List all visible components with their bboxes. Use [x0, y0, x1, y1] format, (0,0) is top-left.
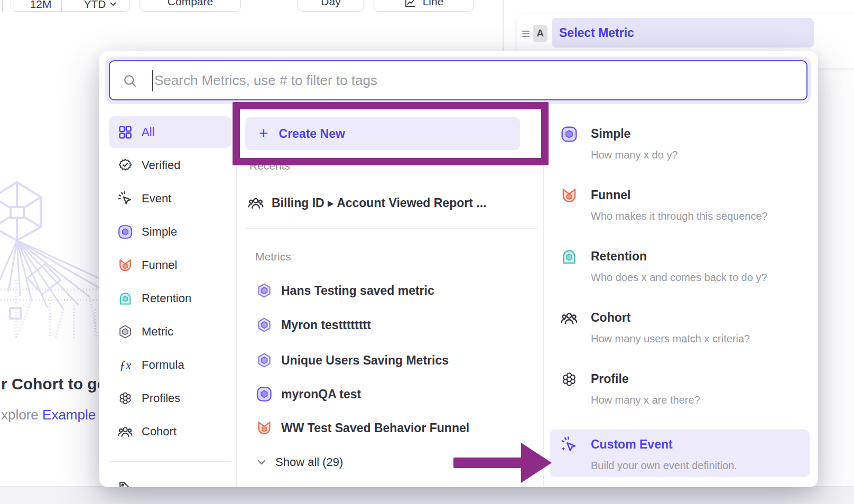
metric-item-label: Myron testttttttt: [281, 318, 371, 332]
formula-icon: ƒx: [117, 358, 133, 372]
cohort-icon: [560, 309, 578, 327]
empty-state-explore-line: xplore Example: [1, 407, 96, 423]
simple-icon: [256, 386, 273, 403]
simple-icon: [117, 224, 133, 240]
sidebar-item-label: Cohort: [142, 425, 177, 438]
type-description: Who makes it through this sequence?: [591, 210, 768, 222]
range-ytd-button[interactable]: YTD: [70, 0, 129, 11]
metrics-heading: Metrics: [255, 250, 291, 263]
type-description: Who does x and comes back to do y?: [591, 272, 767, 284]
range-ytd-label: YTD: [84, 0, 106, 11]
sidebar-item-label: Event: [142, 192, 171, 206]
empty-state-illustration: [0, 174, 106, 338]
simple-icon: [560, 125, 578, 143]
sidebar-item-label: Retention: [142, 292, 191, 305]
sidebar-item-retention[interactable]: Retention: [109, 283, 231, 314]
sidebar-item-metric[interactable]: Metric: [109, 316, 231, 348]
sidebar-item-event[interactable]: Event: [109, 183, 231, 214]
cohort-icon: [117, 424, 133, 440]
metric-search-input[interactable]: [110, 61, 806, 99]
metric-item[interactable]: myronQA test: [256, 385, 361, 403]
select-metric-label: Select Metric: [559, 26, 634, 40]
recent-item-label: Billing ID ▸ Account Viewed Report ...: [272, 196, 486, 210]
date-range-segmented-control[interactable]: 12M YTD: [11, 0, 130, 12]
sidebar-item-formula[interactable]: ƒx Formula: [109, 349, 231, 381]
sidebar-item-verified[interactable]: Verified: [109, 150, 231, 181]
metric-item-label: Unique Users Saving Metrics: [281, 353, 449, 368]
type-title: Retention: [591, 249, 647, 264]
funnel-icon: [560, 186, 578, 204]
explore-text-fragment: xplore: [1, 407, 39, 423]
sidebar-item-label: Funnel: [142, 258, 177, 272]
chart-type-line-button[interactable]: Line: [374, 0, 474, 12]
metric-hexagon-icon: [256, 282, 273, 299]
profiles-icon: [560, 370, 578, 388]
sidebar-item-profiles[interactable]: Profiles: [109, 382, 231, 414]
query-row-letter: A: [536, 27, 544, 39]
range-12m-label: 12M: [30, 0, 52, 11]
toolbar-edge-fragment: [2, 0, 3, 12]
metric-hexagon-icon: [117, 324, 133, 340]
funnel-icon: [117, 257, 133, 273]
recent-item-billing[interactable]: Billing ID ▸ Account Viewed Report ...: [247, 194, 486, 212]
drag-handle-icon[interactable]: [521, 27, 531, 42]
sidebar-item-funnel[interactable]: Funnel: [109, 249, 231, 281]
annotation-arrow-head: [521, 443, 552, 483]
sidebar-item-cohort[interactable]: Cohort: [109, 416, 231, 447]
annotation-highlight-box: [233, 102, 549, 165]
type-custom-event[interactable]: Custom Event Build your own event defini…: [550, 436, 810, 478]
sidebar-divider: [109, 461, 232, 462]
metric-search-box[interactable]: [109, 60, 807, 100]
tag-icon: [117, 479, 133, 487]
metric-hexagon-icon: [256, 352, 273, 369]
metric-item-label: WW Test Saved Behavior Funnel: [281, 421, 469, 435]
compare-button[interactable]: Compare: [140, 0, 241, 12]
recents-divider: [246, 228, 537, 229]
chevron-down-icon: [110, 2, 116, 6]
sidebar-item-label: Metric: [142, 325, 173, 339]
show-all-button[interactable]: Show all (29): [257, 455, 343, 469]
type-retention[interactable]: Retention Who does x and comes back to d…: [550, 248, 810, 290]
type-cohort[interactable]: Cohort How many users match x criteria?: [550, 309, 810, 351]
column-divider: [236, 112, 237, 487]
cursor-spark-icon: [117, 191, 133, 207]
sidebar-item-tags-clipped[interactable]: [109, 471, 231, 487]
metric-item-label: myronQA test: [281, 387, 361, 402]
metric-item[interactable]: WW Test Saved Behavior Funnel: [256, 419, 469, 437]
metric-hexagon-icon: [256, 316, 273, 333]
select-metric-button[interactable]: Select Metric: [552, 18, 814, 48]
day-label: Day: [321, 0, 340, 8]
type-title: Cohort: [591, 311, 630, 325]
type-title: Custom Event: [591, 437, 673, 452]
type-description: How many users match x criteria?: [591, 333, 750, 345]
annotation-arrow: [453, 458, 522, 468]
sidebar-item-all[interactable]: All: [109, 116, 231, 148]
type-profile[interactable]: Profile How many x are there?: [550, 370, 810, 413]
metric-item[interactable]: Myron testttttttt: [256, 316, 371, 334]
chevron-down-icon: [257, 460, 266, 465]
page-bottom-strip: [0, 486, 854, 504]
verified-seal-icon: [117, 157, 133, 173]
text-cursor: [152, 70, 153, 91]
retention-icon: [560, 248, 578, 266]
sidebar-item-label: Simple: [142, 225, 177, 239]
sidebar-item-simple[interactable]: Simple: [109, 216, 231, 248]
sidebar-item-label: Profiles: [142, 391, 180, 405]
column-divider: [543, 112, 544, 487]
segment-divider: [61, 0, 62, 11]
type-simple[interactable]: Simple How many x do y?: [550, 125, 810, 167]
grid-icon: [117, 124, 133, 140]
cohort-icon: [247, 194, 264, 211]
type-funnel[interactable]: Funnel Who makes it through this sequenc…: [550, 186, 810, 229]
line-label: Line: [423, 0, 444, 8]
metric-item[interactable]: Unique Users Saving Metrics: [256, 351, 449, 369]
type-title: Funnel: [591, 188, 630, 202]
cursor-spark-icon: [560, 436, 578, 454]
type-title: Profile: [591, 372, 629, 386]
metric-item[interactable]: Hans Testing saved metric: [256, 282, 434, 300]
sidebar-item-label: Verified: [142, 158, 180, 172]
example-board-link[interactable]: Example: [42, 407, 96, 423]
profiles-icon: [117, 390, 133, 406]
granularity-day-button[interactable]: Day: [298, 0, 364, 12]
type-description: How many x do y?: [591, 149, 678, 161]
